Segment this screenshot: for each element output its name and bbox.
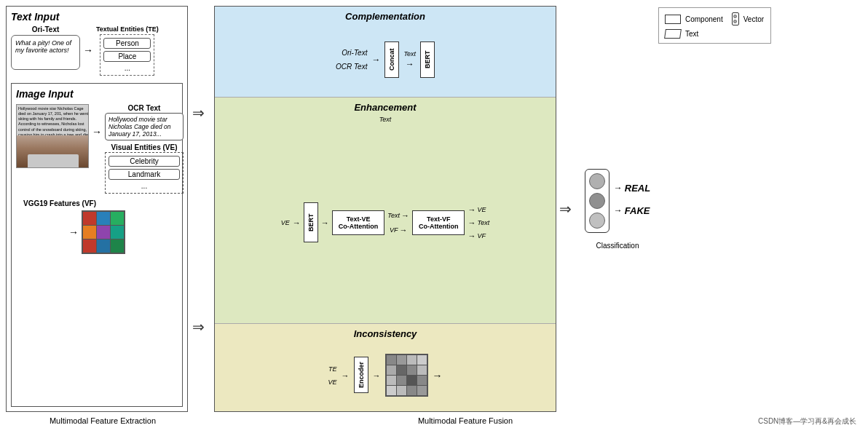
traffic-light — [585, 169, 609, 233]
comp-block: Complementation Ori-Text OCR Text → Conc… — [215, 7, 556, 98]
text-input-area: Text Input Ori-Text What a pity! One of … — [11, 11, 183, 80]
light-1 — [589, 173, 605, 189]
te-label: Textual Entities (TE) — [96, 25, 159, 33]
cell-r1c0 — [83, 226, 96, 239]
comp-text-word: Text — [403, 50, 416, 58]
cell-r0c0 — [83, 212, 96, 225]
real-label: → REAL — [614, 183, 650, 194]
cell-r0c1 — [97, 212, 110, 225]
ocr-ve-area: OCR Text Hollywood movie star Nicholas C… — [105, 104, 184, 194]
big-arrow-bottom: ⇒ — [192, 318, 205, 336]
comp-title: Complementation — [221, 11, 550, 22]
image-input-row: Hollywood movie star Nicholas Cage died … — [16, 104, 178, 194]
te-container: Textual Entities (TE) Person Place ... — [96, 25, 159, 76]
mc-3-3 — [417, 386, 427, 395]
legend-component-icon — [665, 15, 681, 24]
mc-2-3 — [417, 376, 427, 385]
ori-text-container: Ori-Text What a pity! One of my favorite… — [11, 25, 80, 70]
enh-mid-arrows: Text → VF → — [387, 211, 409, 234]
legend-component-row: Component Vector — [665, 12, 765, 25]
middle-to-right-arrow: ⇒ — [558, 6, 572, 412]
out-text-arr: → — [467, 218, 476, 227]
ve-entity-celebrity: Celebrity — [108, 156, 180, 167]
enh-content: VE → BERT → Text-VECo-Attention Text → — [221, 126, 550, 319]
comp-text-label: Text → — [403, 50, 416, 69]
fake-arrow: → — [614, 205, 623, 215]
out-ve-label: →VE — [467, 205, 489, 214]
comp-arrow1: → — [371, 55, 380, 65]
incon-te: TE — [328, 365, 337, 373]
legend-vector-label: Vector — [743, 15, 764, 23]
legend-vector-dot-2 — [733, 20, 737, 23]
comp-arrow2: → — [406, 59, 414, 69]
text-input-title: Text Input — [11, 11, 183, 23]
legend-text-label: Text — [685, 30, 698, 38]
incon-inputs: TE VE — [328, 365, 336, 386]
bottom-middle-label: Multimodal Feature Fusion — [294, 416, 636, 427]
shirt-sim — [28, 154, 79, 167]
cell-r1c1 — [97, 226, 110, 239]
ocr-text-box: Hollywood movie star Nicholas Cage died … — [105, 113, 184, 140]
out-text-word: Text — [477, 219, 489, 226]
big-arrow-top: ⇒ — [192, 104, 205, 122]
out-ve-word: VE — [477, 206, 486, 213]
enh-output-labels: →VE →Text →VF — [467, 205, 489, 240]
comp-ori-text: Ori-Text — [342, 49, 367, 57]
ve-container: Visual Entities (VE) Celebrity Landmark … — [105, 143, 184, 194]
middle-section: Complementation Ori-Text OCR Text → Conc… — [214, 6, 556, 412]
text-input-row: Ori-Text What a pity! One of my favorite… — [11, 25, 183, 76]
classification-tower: → REAL → FAKE — [585, 169, 650, 233]
out-text-label: →Text — [467, 218, 489, 227]
legend-vector-icon — [732, 12, 739, 25]
ve-label: Visual Entities (VE) — [111, 143, 178, 151]
bottom-labels-bar: Multimodal Feature Extraction Multimodal… — [0, 416, 868, 427]
mc-3-2 — [407, 386, 417, 395]
image-text-overlay: Hollywood movie star Nicholas Cage died … — [17, 105, 89, 137]
image-input-title: Image Input — [16, 88, 178, 100]
right-section: → REAL → FAKE Classification — [581, 6, 654, 412]
incon-arrow1: → — [342, 371, 350, 380]
ori-text-box: What a pity! One of my favorite actors! — [11, 35, 80, 70]
mc-0-2 — [407, 355, 417, 365]
te-entity-more: ... — [103, 64, 151, 72]
enh-title: Enhancement — [221, 102, 550, 113]
real-arrow: → — [614, 183, 623, 193]
legend-vector-dot-1 — [733, 15, 737, 18]
enh-arrow2: → — [321, 218, 329, 227]
enh-arrow1: → — [293, 218, 301, 227]
ve-entity-landmark: Landmark — [108, 169, 180, 180]
matrix-grid — [385, 354, 428, 397]
cell-r2c0 — [83, 239, 96, 253]
vgg-row: VGG19 Features (VF) — [16, 199, 178, 207]
enh-vf-word: VF — [390, 226, 398, 234]
enh-block: Enhancement Text VE → BERT → Text-VECo-A… — [215, 98, 556, 324]
legend-text-icon — [664, 29, 682, 39]
bert-box-comp: BERT — [420, 41, 435, 78]
enh-text-word: Text — [387, 212, 400, 219]
comp-ocr-text: OCR Text — [336, 63, 368, 71]
light-3 — [589, 213, 605, 229]
enh-vf-arrow: → — [399, 226, 407, 234]
incon-title: Inconsistency — [221, 328, 550, 339]
out-vf-word: VF — [477, 232, 486, 239]
legend-box: Component Vector Text — [658, 7, 771, 44]
vgg-label: VGG19 Features (VF) — [16, 199, 103, 207]
cell-r0c2 — [111, 212, 124, 225]
ocr-container: OCR Text Hollywood movie star Nicholas C… — [105, 104, 184, 140]
arrow-1: → — [83, 44, 93, 56]
te-entity-person: Person — [103, 38, 151, 49]
text-ve-box: Text-VECo-Attention — [332, 210, 384, 235]
bottom-left-label: Multimodal Feature Extraction — [12, 416, 194, 427]
ve-box: Celebrity Landmark ... — [105, 152, 184, 194]
cell-r2c1 — [97, 239, 110, 253]
incon-ve: VE — [328, 378, 336, 386]
mc-1-1 — [397, 365, 406, 375]
mc-2-1 — [397, 376, 406, 385]
mc-2-0 — [387, 376, 396, 385]
mc-0-3 — [417, 355, 427, 365]
bottom-right-label: CSDN博客—学习再&再会成长 — [711, 416, 856, 427]
ocr-label: OCR Text — [128, 104, 161, 112]
mc-3-0 — [387, 386, 396, 395]
te-box: Person Place ... — [100, 34, 154, 76]
concat-box: Concat — [384, 41, 399, 78]
